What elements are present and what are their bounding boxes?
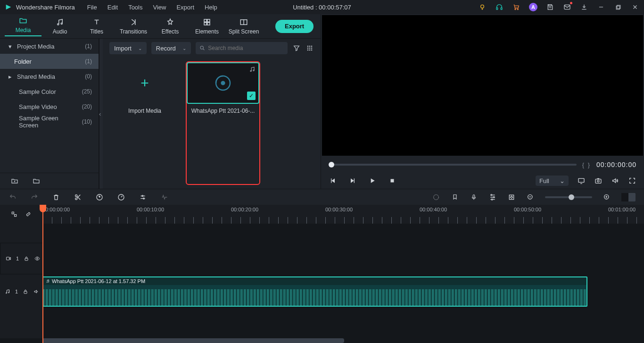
record-dropdown[interactable]: Record ⌄: [151, 42, 191, 54]
timeline-fit-toggle[interactable]: [621, 193, 636, 201]
keyframe-icon[interactable]: [507, 193, 516, 201]
scrollbar-thumb[interactable]: [42, 338, 344, 343]
undo-button[interactable]: [8, 193, 17, 201]
menu-edit[interactable]: Edit: [107, 4, 118, 11]
download-icon[interactable]: [580, 3, 588, 11]
svg-point-0: [481, 5, 484, 8]
redo-button[interactable]: [30, 193, 39, 201]
menu-tools[interactable]: Tools: [128, 4, 142, 11]
stop-button[interactable]: [388, 176, 396, 185]
display-icon[interactable]: [577, 176, 586, 185]
crop-speed-icon[interactable]: [95, 193, 104, 201]
lock-icon[interactable]: [23, 287, 28, 296]
video-track-1[interactable]: 1: [1, 243, 643, 274]
audio-track-1[interactable]: 1 WhatsApp Ptt 2021-06-12 at 1.57.32 PM: [0, 275, 644, 309]
delete-button[interactable]: [52, 193, 60, 201]
user-avatar[interactable]: A: [529, 3, 537, 11]
speaker-icon[interactable]: [33, 287, 40, 296]
svg-point-52: [6, 293, 7, 293]
timeline-ruler[interactable]: 00:00:00:00 00:00:10:00 00:00:20:00 00:0…: [42, 205, 644, 224]
tab-transitions[interactable]: Transitions: [115, 18, 152, 35]
media-search[interactable]: [196, 42, 288, 54]
sidebar-count: (0): [85, 73, 92, 80]
svg-rect-1: [496, 8, 498, 9]
next-frame-button[interactable]: [348, 176, 357, 185]
tab-titles[interactable]: Titles: [78, 18, 115, 35]
menu-view[interactable]: View: [153, 4, 166, 11]
split-button[interactable]: [74, 193, 82, 201]
app-name: Wondershare Filmora: [16, 4, 75, 11]
volume-icon[interactable]: [611, 176, 619, 185]
zoom-thumb[interactable]: [569, 194, 574, 200]
window-maximize[interactable]: [614, 3, 622, 11]
import-media-card[interactable]: + Import Media: [109, 63, 180, 183]
check-icon: ✓: [247, 92, 256, 100]
tab-effects[interactable]: Effects: [152, 18, 189, 35]
sidebar-item-sample-video[interactable]: Sample Video (20): [0, 99, 99, 114]
tab-audio[interactable]: Audio: [41, 18, 78, 35]
grid-view-icon[interactable]: [305, 44, 314, 52]
svg-rect-31: [595, 179, 601, 184]
audio-clip-1[interactable]: WhatsApp Ptt 2021-06-12 at 1.57.32 PM: [42, 276, 587, 307]
sidebar-item-folder[interactable]: Folder (1): [0, 54, 99, 69]
dropdown-label: Full: [539, 177, 549, 184]
zoom-in-button[interactable]: [603, 193, 611, 201]
voiceover-icon[interactable]: [470, 193, 478, 201]
menu-export[interactable]: Export: [176, 4, 194, 11]
zoom-out-button[interactable]: [526, 193, 535, 201]
tab-elements[interactable]: Elements: [189, 18, 225, 35]
tab-media[interactable]: Media: [5, 17, 41, 36]
menu-file[interactable]: File: [87, 4, 97, 11]
filter-icon[interactable]: [292, 44, 301, 52]
sidebar-item-sample-green-screen[interactable]: Sample Green Screen (10): [0, 114, 99, 129]
messages-icon[interactable]: [563, 3, 571, 11]
sidebar-item-project-media[interactable]: ▾ Project Media (1): [0, 39, 99, 54]
prev-frame-button[interactable]: [329, 176, 337, 185]
preview-quality-dropdown[interactable]: Full ⌄: [536, 176, 569, 186]
chevron-down-icon: ⌄: [560, 177, 565, 184]
mixer-icon[interactable]: [488, 193, 497, 201]
media-card-audio-1[interactable]: ✓ WhatsApp Ptt 2021-06-...: [188, 63, 258, 183]
preview-viewport[interactable]: [322, 15, 643, 156]
svg-rect-50: [25, 258, 28, 260]
window-minimize[interactable]: [597, 3, 605, 11]
new-folder-icon[interactable]: [10, 177, 19, 185]
main-menu: File Edit Tools View Export Help: [87, 4, 217, 11]
zoom-slider[interactable]: [545, 196, 592, 198]
search-input[interactable]: [208, 45, 284, 51]
menu-help[interactable]: Help: [205, 4, 217, 11]
svg-rect-13: [207, 22, 210, 25]
scrubber-thumb[interactable]: [329, 162, 334, 167]
timeline-scrollbar[interactable]: [0, 338, 644, 343]
play-button[interactable]: [368, 176, 377, 185]
lightbulb-icon[interactable]: [478, 3, 487, 11]
sidebar-collapse-handle[interactable]: [99, 39, 103, 189]
svg-point-20: [309, 48, 311, 49]
sidebar-item-shared-media[interactable]: ▸ Shared Media (0): [0, 69, 99, 84]
fullscreen-icon[interactable]: [628, 176, 636, 185]
lock-icon[interactable]: [24, 254, 29, 263]
snapshot-icon[interactable]: [594, 176, 603, 185]
tab-split-screen[interactable]: Split Screen: [225, 18, 262, 35]
export-button[interactable]: Export: [275, 20, 314, 33]
window-close[interactable]: [631, 3, 639, 11]
save-icon[interactable]: [546, 3, 554, 11]
import-dropdown[interactable]: Import ⌄: [109, 42, 147, 54]
speed-icon[interactable]: [117, 193, 125, 201]
cart-icon[interactable]: [512, 3, 520, 11]
headphones-icon[interactable]: [495, 3, 504, 11]
marker-brackets[interactable]: { }: [582, 161, 591, 168]
eye-icon[interactable]: [34, 254, 41, 263]
playhead[interactable]: [42, 205, 43, 343]
link-icon[interactable]: [24, 210, 33, 218]
preview-scrubber[interactable]: [329, 164, 577, 166]
plus-icon: +: [140, 75, 149, 91]
sidebar-item-sample-color[interactable]: Sample Color (25): [0, 84, 99, 99]
adjust-icon[interactable]: [139, 193, 147, 201]
audio-beat-icon[interactable]: [160, 193, 169, 201]
render-preview-icon[interactable]: [432, 193, 440, 201]
marker-icon[interactable]: [451, 193, 459, 201]
svg-point-18: [311, 46, 313, 47]
folder-icon[interactable]: [32, 177, 41, 185]
track-options-icon[interactable]: [10, 210, 18, 218]
